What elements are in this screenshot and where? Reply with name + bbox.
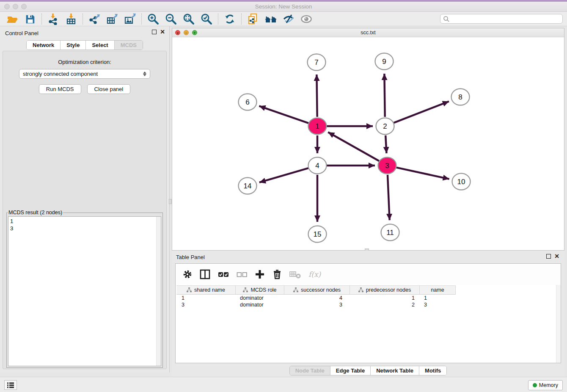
- close-panel-button[interactable]: Close panel: [87, 84, 131, 94]
- deselect-all-checkboxes-icon[interactable]: [237, 269, 248, 279]
- graph-edge-4-14[interactable]: [259, 168, 308, 182]
- graph-node-6[interactable]: 6: [239, 94, 257, 110]
- graph-node-10[interactable]: 10: [452, 174, 471, 190]
- table-row[interactable]: 3 dominator 3 2 3: [176, 301, 456, 308]
- cell-mcds-role[interactable]: dominator: [236, 301, 284, 308]
- tab-node-table[interactable]: Node Table: [290, 366, 330, 375]
- export-image-button[interactable]: [121, 13, 139, 25]
- graph-edge-1-6[interactable]: [259, 106, 308, 123]
- graph-edge-1-7[interactable]: [317, 75, 317, 117]
- delete-table-icon[interactable]: [289, 270, 301, 279]
- graph-node-1[interactable]: 1: [308, 118, 327, 135]
- open-folder-icon: [6, 13, 18, 25]
- zoom-out-button[interactable]: [162, 13, 180, 25]
- node-table: shared name MCDS role successor nodes pr…: [176, 285, 456, 308]
- mcds-panel-content: Optimization criterion: strongly connect…: [3, 51, 167, 369]
- graph-node-label: 2: [383, 122, 387, 130]
- graph-edge-2-9[interactable]: [384, 74, 385, 117]
- tab-edge-table[interactable]: Edge Table: [330, 366, 371, 375]
- criterion-dropdown[interactable]: strongly connected component: [19, 69, 150, 79]
- show-all-button[interactable]: [297, 13, 315, 25]
- open-file-button[interactable]: [3, 13, 21, 25]
- tab-mcds[interactable]: MCDS: [115, 41, 143, 50]
- delete-column-trash-icon[interactable]: [272, 269, 282, 280]
- function-builder-icon[interactable]: f(x): [308, 270, 321, 279]
- tab-style[interactable]: Style: [61, 41, 86, 50]
- cell-shared-name[interactable]: 3: [176, 301, 236, 308]
- toggle-panel-icon[interactable]: [200, 269, 211, 279]
- cell-name[interactable]: 1: [420, 295, 456, 301]
- column-header-shared-name[interactable]: shared name: [176, 286, 236, 294]
- mcds-result-textarea[interactable]: 1 3: [8, 216, 161, 366]
- graph-node-11[interactable]: 11: [381, 224, 399, 241]
- float-table-panel-icon[interactable]: [546, 254, 551, 259]
- column-header-successor-nodes[interactable]: successor nodes: [284, 286, 350, 294]
- run-mcds-button[interactable]: Run MCDS: [39, 84, 81, 94]
- graph-node-14[interactable]: 14: [239, 178, 257, 194]
- memory-button[interactable]: Memory: [528, 380, 563, 390]
- export-table-icon: [106, 13, 118, 25]
- tab-select[interactable]: Select: [86, 41, 114, 50]
- memory-status-icon: [533, 383, 537, 387]
- zoom-in-button[interactable]: [144, 13, 162, 25]
- table-row[interactable]: 1 dominator 4 1 1: [176, 295, 456, 301]
- control-panel-title: Control Panel: [5, 30, 39, 36]
- graph-edge-2-8[interactable]: [394, 101, 449, 123]
- graph-edge-3-10[interactable]: [396, 168, 449, 179]
- refresh-layout-button[interactable]: [221, 13, 239, 25]
- select-all-checkboxes-icon[interactable]: [218, 269, 229, 279]
- cell-successor-nodes[interactable]: 4: [284, 295, 350, 301]
- table-header-row: shared name MCDS role successor nodes pr…: [176, 285, 456, 295]
- add-column-icon[interactable]: [255, 269, 265, 279]
- cell-predecessor-nodes[interactable]: 2: [350, 301, 420, 308]
- export-table-button[interactable]: [103, 13, 121, 25]
- search-box[interactable]: [440, 14, 563, 24]
- result-scrollbar[interactable]: [156, 217, 161, 366]
- hide-selected-button[interactable]: [280, 13, 297, 25]
- vertical-splitter-handle[interactable]: [169, 199, 172, 204]
- zoom-selected-button[interactable]: [198, 13, 215, 25]
- network-window-title: scc.txt: [172, 30, 564, 36]
- graph-edge-3-11[interactable]: [388, 175, 390, 220]
- search-input[interactable]: [450, 16, 562, 22]
- graph-node-label: 3: [385, 162, 389, 170]
- graph-node-8[interactable]: 8: [451, 89, 470, 105]
- graph-node-3[interactable]: 3: [378, 157, 396, 174]
- column-header-mcds-role[interactable]: MCDS role: [236, 286, 284, 294]
- save-session-button[interactable]: [21, 13, 39, 25]
- cell-shared-name[interactable]: 1: [176, 295, 236, 301]
- zoom-fit-button[interactable]: [180, 13, 198, 25]
- close-table-panel-icon[interactable]: ✕: [554, 254, 559, 259]
- graph-edge-3-1[interactable]: [328, 132, 379, 161]
- table-toolbar: f(x): [176, 264, 561, 285]
- tab-motifs[interactable]: Motifs: [419, 366, 446, 375]
- close-panel-icon[interactable]: ✕: [160, 30, 165, 34]
- cell-mcds-role[interactable]: dominator: [236, 295, 284, 301]
- cell-predecessor-nodes[interactable]: 1: [350, 295, 420, 301]
- graph-node-7[interactable]: 7: [308, 54, 326, 71]
- tab-network[interactable]: Network: [27, 41, 61, 50]
- table-scrollbar[interactable]: [556, 285, 561, 363]
- window-title: Session: New Session: [0, 3, 567, 10]
- cell-name[interactable]: 3: [420, 301, 456, 308]
- duplicate-network-button[interactable]: [244, 13, 262, 25]
- graph-node-15[interactable]: 15: [308, 226, 327, 243]
- task-history-button[interactable]: [4, 380, 17, 390]
- settings-gear-icon[interactable]: [182, 269, 193, 279]
- import-network-button[interactable]: [44, 13, 62, 25]
- first-neighbors-button[interactable]: [262, 13, 280, 25]
- graph-node-4[interactable]: 4: [308, 157, 327, 174]
- graph-node-2[interactable]: 2: [376, 118, 394, 135]
- tab-network-table[interactable]: Network Table: [371, 366, 419, 375]
- graph-node-9[interactable]: 9: [375, 53, 394, 70]
- network-window-titlebar[interactable]: x − + scc.txt: [172, 28, 564, 37]
- cell-successor-nodes[interactable]: 3: [284, 301, 350, 308]
- graph-node-label: 14: [244, 182, 252, 190]
- column-header-name[interactable]: name: [420, 286, 456, 294]
- export-network-button[interactable]: [85, 13, 103, 25]
- float-panel-icon[interactable]: [152, 30, 157, 34]
- import-table-button[interactable]: [62, 13, 80, 25]
- graph-edge-2-3[interactable]: [385, 135, 386, 153]
- column-header-predecessor-nodes[interactable]: predecessor nodes: [350, 286, 420, 294]
- network-graph-canvas[interactable]: 7968124314101511: [172, 37, 564, 250]
